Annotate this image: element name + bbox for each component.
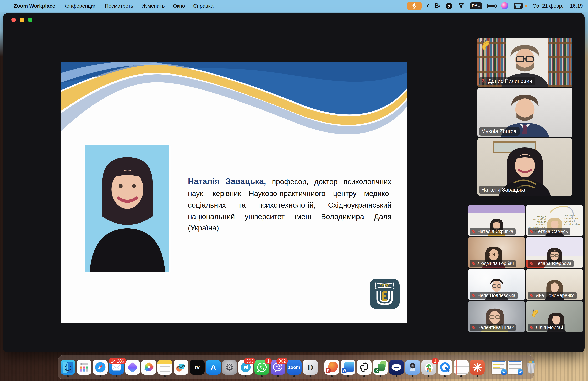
dock-textedit[interactable] bbox=[454, 360, 468, 375]
dock-notes[interactable] bbox=[157, 360, 172, 375]
dock-microsoft-autoupdate[interactable]: 1 bbox=[421, 360, 436, 375]
slide-bio-text: Наталія Завацька, професор, доктор психо… bbox=[188, 175, 392, 234]
dock-minimized-doc-1[interactable]: W bbox=[491, 360, 506, 375]
dock-chatgpt[interactable] bbox=[357, 360, 372, 375]
mic-muted-icon bbox=[481, 78, 486, 84]
clap-reaction-icon bbox=[530, 309, 540, 318]
mic-muted-icon bbox=[529, 325, 534, 330]
participant-name: Наталія Скрипка bbox=[478, 229, 513, 234]
running-indicator bbox=[347, 375, 349, 377]
dock-mail[interactable]: 14 286 bbox=[109, 360, 124, 375]
notification-badge: 1 bbox=[432, 358, 439, 364]
running-indicator bbox=[100, 375, 101, 377]
clap-reaction-icon bbox=[480, 39, 492, 52]
dock-system-settings[interactable]: ⚙ bbox=[222, 360, 237, 375]
video-tile-shpak[interactable]: Валентина Шпак bbox=[468, 301, 525, 333]
dock-powerpoint[interactable]: P bbox=[324, 360, 339, 375]
funnel-disabled-icon[interactable] bbox=[458, 1, 465, 10]
b-app-icon[interactable]: B∶ bbox=[435, 1, 440, 10]
running-indicator bbox=[331, 375, 333, 377]
participant-nameplate: Валентина Шпак bbox=[470, 324, 516, 331]
dock-whatsapp[interactable]: 1 bbox=[254, 360, 269, 375]
mic-muted-icon bbox=[471, 229, 476, 234]
video-tile-skrypka[interactable]: Наталія Скрипка bbox=[468, 205, 525, 236]
mic-muted-icon bbox=[529, 261, 534, 266]
dock-safari[interactable] bbox=[93, 360, 108, 375]
participant-name: Неля Подлевська bbox=[478, 293, 515, 298]
dock-launchpad[interactable] bbox=[77, 360, 91, 375]
dock-finder[interactable] bbox=[61, 360, 75, 375]
notification-badge: 1 bbox=[265, 358, 272, 364]
notification-badge: 302 bbox=[276, 358, 288, 364]
running-indicator bbox=[116, 375, 117, 377]
dock-photos[interactable] bbox=[141, 360, 156, 375]
dock-webcam-app[interactable] bbox=[405, 360, 420, 375]
running-indicator bbox=[164, 375, 166, 377]
participant-nameplate: Mykola Zhurba bbox=[479, 127, 520, 135]
video-tile-mykola[interactable]: Mykola Zhurba bbox=[478, 88, 572, 137]
dock-word[interactable]: W bbox=[341, 360, 355, 375]
microphone-active-icon[interactable] bbox=[407, 1, 421, 10]
keyboard-layout-indicator[interactable]: РУ▼ bbox=[470, 2, 482, 9]
dock-quicktime[interactable] bbox=[438, 360, 452, 375]
mic-muted-icon bbox=[529, 293, 534, 298]
video-tile-nataliia-active-speaker[interactable]: Наталія Завацька bbox=[478, 138, 572, 196]
fullscreen-window-button[interactable] bbox=[28, 18, 33, 22]
participant-name: Денис Пилипович bbox=[488, 78, 532, 84]
close-window-button[interactable] bbox=[11, 18, 16, 22]
menubar-collapse-chevron-icon[interactable]: ‹ bbox=[427, 1, 429, 10]
video-tile-ponomarenko[interactable]: Яна Пономаренко bbox=[526, 269, 583, 300]
minimize-window-button[interactable] bbox=[20, 18, 24, 22]
dock-trash[interactable] bbox=[524, 360, 539, 375]
participant-nameplate: Лілія Моргай bbox=[528, 324, 566, 331]
control-center-icon[interactable] bbox=[514, 2, 523, 9]
apple-menu-icon[interactable] bbox=[6, 0, 10, 12]
running-indicator bbox=[396, 375, 397, 377]
running-indicator bbox=[428, 375, 430, 377]
siri-icon[interactable] bbox=[501, 2, 508, 9]
menu-window[interactable]: Окно bbox=[169, 0, 189, 12]
dock-teamviewer[interactable] bbox=[389, 360, 404, 375]
video-tile-podlevska[interactable]: Неля Подлевська bbox=[468, 269, 525, 300]
participant-name: Mykola Zhurba bbox=[481, 128, 517, 134]
dock-excel[interactable]: X bbox=[373, 360, 388, 375]
mic-muted-icon bbox=[471, 261, 476, 266]
word-doc-badge: W bbox=[501, 369, 506, 375]
menu-edit[interactable]: Изменить bbox=[137, 0, 169, 12]
menu-conference[interactable]: Конференция bbox=[59, 0, 101, 12]
dock-viber[interactable]: 302 bbox=[271, 360, 285, 375]
menubar-date: Сб, 21 февр. bbox=[532, 3, 563, 9]
menu-help[interactable]: Справка bbox=[189, 0, 218, 12]
battery-icon[interactable] bbox=[487, 4, 496, 8]
dock-divider bbox=[488, 359, 488, 375]
participant-nameplate: Наталія Завацька bbox=[479, 185, 528, 194]
university-logo-year: 1920 bbox=[375, 283, 395, 289]
video-tile-riepnova[interactable]: Tetiana Riepnova bbox=[526, 237, 583, 269]
university-logo-emblem bbox=[375, 291, 394, 306]
menubar-time: 16:19 bbox=[570, 3, 583, 9]
video-tile-samus[interactable]: кафедра професійної освіти та технологій… bbox=[526, 205, 583, 236]
video-tile-horbach[interactable]: Людмила Горбач bbox=[468, 237, 525, 269]
dock-deepl[interactable]: D bbox=[303, 360, 318, 375]
dock-shortcuts[interactable] bbox=[125, 360, 140, 375]
power-bolt-icon[interactable] bbox=[445, 1, 453, 10]
notification-badge: 363 bbox=[244, 358, 255, 364]
dock-spark-app[interactable] bbox=[470, 360, 485, 375]
running-indicator bbox=[461, 375, 462, 377]
menubar-clock[interactable]: Сб, 21 февр. 16:19 bbox=[532, 3, 583, 9]
menu-view[interactable]: Посмотреть bbox=[101, 0, 137, 12]
dock-minimized-doc-2[interactable]: W bbox=[507, 360, 522, 375]
video-tile-denys[interactable]: Денис Пилипович bbox=[478, 38, 572, 87]
running-indicator bbox=[67, 375, 69, 377]
dock-apple-tv[interactable]: tv bbox=[190, 360, 205, 375]
menu-bar: Zoom Workplace Конференция Посмотреть Из… bbox=[0, 0, 588, 12]
menu-app-name[interactable]: Zoom Workplace bbox=[10, 0, 59, 12]
dock-zoom[interactable]: zoom bbox=[287, 360, 302, 375]
dock-telegram[interactable]: 363 bbox=[238, 360, 253, 375]
dock-app-store[interactable]: A bbox=[206, 360, 221, 375]
participant-name: Тетяна Самусь bbox=[536, 229, 568, 234]
video-tile-morhai[interactable]: Лілія Моргай bbox=[526, 301, 583, 333]
participant-name: Лілія Моргай bbox=[536, 325, 563, 330]
dock-freeform[interactable] bbox=[174, 360, 189, 375]
running-indicator bbox=[294, 375, 295, 377]
